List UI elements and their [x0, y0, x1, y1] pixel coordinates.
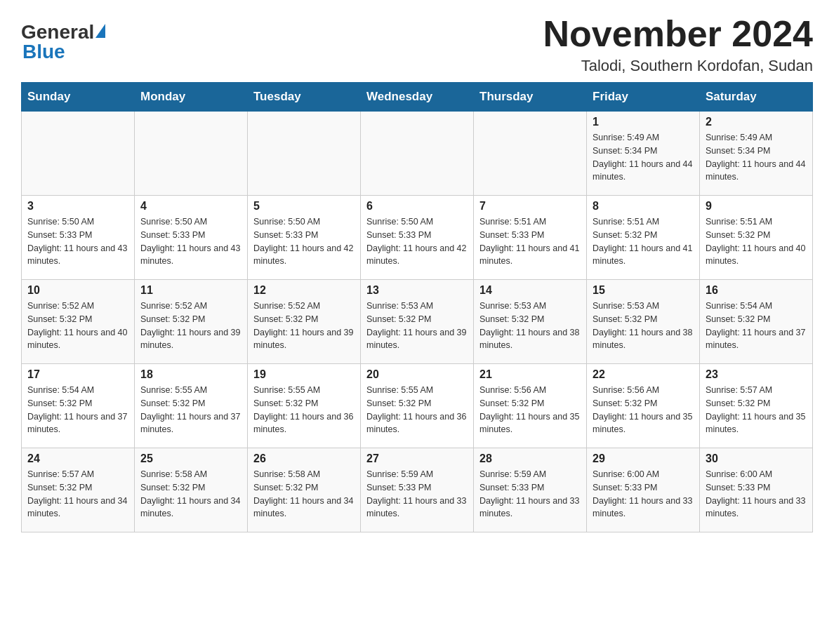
col-header-saturday: Saturday — [700, 83, 813, 112]
day-info: Sunrise: 5:50 AM Sunset: 5:33 PM Dayligh… — [366, 215, 468, 268]
day-info: Sunrise: 6:00 AM Sunset: 5:33 PM Dayligh… — [593, 468, 694, 521]
calendar-cell: 14Sunrise: 5:53 AM Sunset: 5:32 PM Dayli… — [474, 280, 587, 364]
day-number: 17 — [27, 368, 128, 381]
day-info: Sunrise: 5:49 AM Sunset: 5:34 PM Dayligh… — [593, 131, 694, 184]
day-number: 13 — [366, 284, 468, 297]
calendar-cell: 10Sunrise: 5:52 AM Sunset: 5:32 PM Dayli… — [22, 280, 135, 364]
day-info: Sunrise: 5:51 AM Sunset: 5:33 PM Dayligh… — [479, 215, 581, 268]
calendar-cell: 12Sunrise: 5:52 AM Sunset: 5:32 PM Dayli… — [248, 280, 361, 364]
col-header-monday: Monday — [135, 83, 248, 112]
calendar-cell — [361, 112, 474, 196]
calendar-cell: 24Sunrise: 5:57 AM Sunset: 5:32 PM Dayli… — [22, 448, 135, 532]
day-number: 25 — [140, 452, 241, 465]
day-number: 11 — [140, 284, 241, 297]
day-info: Sunrise: 5:57 AM Sunset: 5:32 PM Dayligh… — [27, 468, 128, 521]
day-info: Sunrise: 5:59 AM Sunset: 5:33 PM Dayligh… — [479, 468, 581, 521]
day-number: 29 — [593, 452, 694, 465]
day-number: 5 — [253, 200, 355, 213]
day-number: 30 — [706, 452, 807, 465]
day-info: Sunrise: 5:50 AM Sunset: 5:33 PM Dayligh… — [253, 215, 355, 268]
calendar-cell: 3Sunrise: 5:50 AM Sunset: 5:33 PM Daylig… — [22, 196, 135, 280]
calendar-week-row: 1Sunrise: 5:49 AM Sunset: 5:34 PM Daylig… — [22, 112, 813, 196]
calendar-cell: 4Sunrise: 5:50 AM Sunset: 5:33 PM Daylig… — [135, 196, 248, 280]
day-info: Sunrise: 5:52 AM Sunset: 5:32 PM Dayligh… — [140, 300, 241, 352]
calendar-cell: 28Sunrise: 5:59 AM Sunset: 5:33 PM Dayli… — [474, 448, 587, 532]
day-number: 21 — [479, 368, 581, 381]
day-number: 15 — [593, 284, 694, 297]
day-number: 4 — [140, 200, 241, 213]
day-number: 19 — [253, 368, 355, 381]
day-number: 26 — [253, 452, 355, 465]
day-info: Sunrise: 5:51 AM Sunset: 5:32 PM Dayligh… — [706, 215, 807, 268]
day-number: 20 — [366, 368, 468, 381]
calendar-week-row: 24Sunrise: 5:57 AM Sunset: 5:32 PM Dayli… — [22, 448, 813, 532]
day-number: 7 — [479, 200, 581, 213]
calendar-cell: 30Sunrise: 6:00 AM Sunset: 5:33 PM Dayli… — [700, 448, 813, 532]
logo-blue-label: Blue — [22, 41, 65, 63]
calendar-cell: 21Sunrise: 5:56 AM Sunset: 5:32 PM Dayli… — [474, 364, 587, 448]
day-info: Sunrise: 5:50 AM Sunset: 5:33 PM Dayligh… — [140, 215, 241, 268]
day-info: Sunrise: 5:59 AM Sunset: 5:33 PM Dayligh… — [366, 468, 468, 521]
calendar-cell — [248, 112, 361, 196]
day-info: Sunrise: 5:55 AM Sunset: 5:32 PM Dayligh… — [253, 384, 355, 436]
calendar-week-row: 3Sunrise: 5:50 AM Sunset: 5:33 PM Daylig… — [22, 196, 813, 280]
day-info: Sunrise: 5:49 AM Sunset: 5:34 PM Dayligh… — [706, 131, 807, 184]
day-info: Sunrise: 5:53 AM Sunset: 5:32 PM Dayligh… — [593, 300, 694, 352]
calendar-cell: 25Sunrise: 5:58 AM Sunset: 5:32 PM Dayli… — [135, 448, 248, 532]
calendar-cell: 8Sunrise: 5:51 AM Sunset: 5:32 PM Daylig… — [587, 196, 700, 280]
day-info: Sunrise: 6:00 AM Sunset: 5:33 PM Dayligh… — [706, 468, 807, 521]
calendar-cell: 26Sunrise: 5:58 AM Sunset: 5:32 PM Dayli… — [248, 448, 361, 532]
day-info: Sunrise: 5:52 AM Sunset: 5:32 PM Dayligh… — [27, 300, 128, 352]
day-info: Sunrise: 5:53 AM Sunset: 5:32 PM Dayligh… — [366, 300, 468, 352]
day-info: Sunrise: 5:57 AM Sunset: 5:32 PM Dayligh… — [706, 384, 807, 436]
calendar-cell: 27Sunrise: 5:59 AM Sunset: 5:33 PM Dayli… — [361, 448, 474, 532]
day-number: 10 — [27, 284, 128, 297]
calendar-cell: 6Sunrise: 5:50 AM Sunset: 5:33 PM Daylig… — [361, 196, 474, 280]
calendar-week-row: 17Sunrise: 5:54 AM Sunset: 5:32 PM Dayli… — [22, 364, 813, 448]
day-info: Sunrise: 5:54 AM Sunset: 5:32 PM Dayligh… — [706, 300, 807, 352]
day-number: 18 — [140, 368, 241, 381]
calendar-cell: 11Sunrise: 5:52 AM Sunset: 5:32 PM Dayli… — [135, 280, 248, 364]
day-number: 6 — [366, 200, 468, 213]
month-title: November 2024 — [543, 14, 813, 54]
day-number: 24 — [27, 452, 128, 465]
day-number: 22 — [593, 368, 694, 381]
calendar-cell: 7Sunrise: 5:51 AM Sunset: 5:33 PM Daylig… — [474, 196, 587, 280]
location-title: Talodi, Southern Kordofan, Sudan — [543, 57, 813, 75]
calendar-table: SundayMondayTuesdayWednesdayThursdayFrid… — [21, 82, 813, 532]
day-info: Sunrise: 5:53 AM Sunset: 5:32 PM Dayligh… — [479, 300, 581, 352]
col-header-friday: Friday — [587, 83, 700, 112]
calendar-cell: 18Sunrise: 5:55 AM Sunset: 5:32 PM Dayli… — [135, 364, 248, 448]
col-header-wednesday: Wednesday — [361, 83, 474, 112]
day-info: Sunrise: 5:55 AM Sunset: 5:32 PM Dayligh… — [140, 384, 241, 436]
calendar-cell: 15Sunrise: 5:53 AM Sunset: 5:32 PM Dayli… — [587, 280, 700, 364]
day-number: 8 — [593, 200, 694, 213]
calendar-cell: 17Sunrise: 5:54 AM Sunset: 5:32 PM Dayli… — [22, 364, 135, 448]
day-number: 27 — [366, 452, 468, 465]
day-number: 23 — [706, 368, 807, 381]
calendar-cell: 1Sunrise: 5:49 AM Sunset: 5:34 PM Daylig… — [587, 112, 700, 196]
day-number: 14 — [479, 284, 581, 297]
calendar-cell — [22, 112, 135, 196]
day-number: 3 — [27, 200, 128, 213]
calendar-cell: 13Sunrise: 5:53 AM Sunset: 5:32 PM Dayli… — [361, 280, 474, 364]
day-number: 28 — [479, 452, 581, 465]
day-info: Sunrise: 5:51 AM Sunset: 5:32 PM Dayligh… — [593, 215, 694, 268]
calendar-cell: 29Sunrise: 6:00 AM Sunset: 5:33 PM Dayli… — [587, 448, 700, 532]
day-number: 1 — [593, 116, 694, 128]
logo-triangle-icon — [95, 24, 105, 38]
col-header-sunday: Sunday — [22, 83, 135, 112]
title-area: November 2024 Talodi, Southern Kordofan,… — [543, 14, 813, 75]
calendar-cell: 23Sunrise: 5:57 AM Sunset: 5:32 PM Dayli… — [700, 364, 813, 448]
calendar-cell: 19Sunrise: 5:55 AM Sunset: 5:32 PM Dayli… — [248, 364, 361, 448]
calendar-cell: 16Sunrise: 5:54 AM Sunset: 5:32 PM Dayli… — [700, 280, 813, 364]
day-info: Sunrise: 5:58 AM Sunset: 5:32 PM Dayligh… — [253, 468, 355, 521]
calendar-cell: 9Sunrise: 5:51 AM Sunset: 5:32 PM Daylig… — [700, 196, 813, 280]
day-number: 12 — [253, 284, 355, 297]
calendar-cell: 2Sunrise: 5:49 AM Sunset: 5:34 PM Daylig… — [700, 112, 813, 196]
day-info: Sunrise: 5:58 AM Sunset: 5:32 PM Dayligh… — [140, 468, 241, 521]
day-info: Sunrise: 5:52 AM Sunset: 5:32 PM Dayligh… — [253, 300, 355, 352]
calendar-header-row: SundayMondayTuesdayWednesdayThursdayFrid… — [22, 83, 813, 112]
header: General Blue November 2024 Talodi, South… — [21, 14, 813, 75]
day-number: 9 — [706, 200, 807, 213]
